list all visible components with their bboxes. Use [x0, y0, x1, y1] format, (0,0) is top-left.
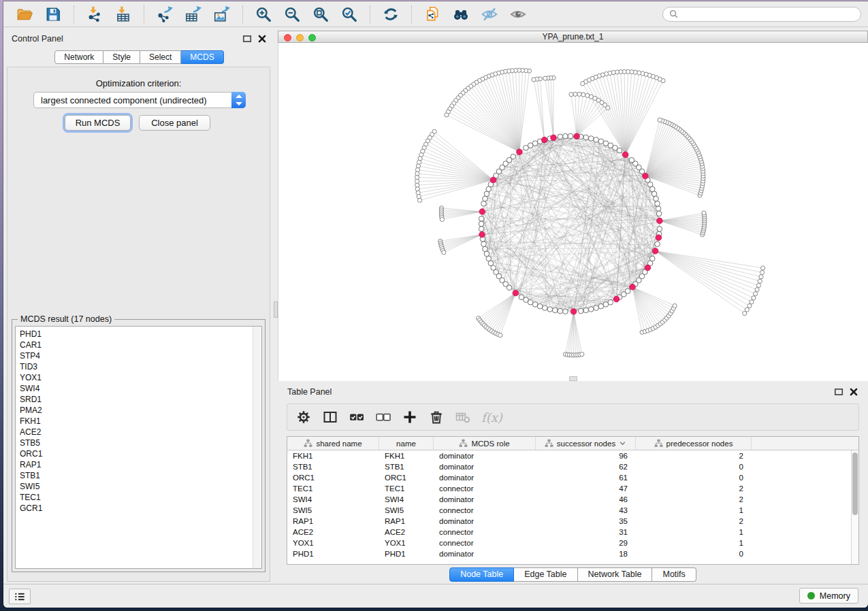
cell-predecessor-nodes[interactable]: 2	[636, 495, 752, 503]
cell-predecessor-nodes[interactable]: 1	[636, 539, 752, 547]
column-header-MCDS-role[interactable]: MCDS role	[434, 437, 536, 450]
float-panel-icon[interactable]	[242, 34, 253, 44]
cell-predecessor-nodes[interactable]: 0	[636, 463, 752, 471]
cell-name[interactable]: RAP1	[379, 517, 434, 525]
mcds-result-item[interactable]: TEC1	[16, 492, 261, 503]
cell-shared-name[interactable]: STB1	[287, 463, 379, 471]
mcds-result-item[interactable]: GCR1	[16, 503, 261, 514]
mcds-result-item[interactable]: FKH1	[16, 416, 261, 427]
search-input[interactable]	[681, 10, 855, 19]
cell-successor-nodes[interactable]: 62	[536, 463, 636, 471]
column-header-name[interactable]: name	[379, 437, 434, 450]
mcds-result-item[interactable]: YOX1	[16, 372, 261, 383]
show-all-icon[interactable]	[509, 5, 527, 23]
save-session-icon[interactable]	[44, 5, 62, 23]
mcds-result-item[interactable]: TID3	[16, 361, 261, 372]
unselect-all-icon[interactable]	[375, 409, 391, 425]
import-network-icon[interactable]	[86, 5, 103, 23]
clone-network-icon[interactable]	[423, 5, 441, 23]
add-column-icon[interactable]	[402, 409, 418, 425]
column-header-predecessor-nodes[interactable]: predecessor nodes	[636, 437, 752, 450]
close-panel-icon[interactable]	[849, 387, 860, 397]
cell-shared-name[interactable]: SWI5	[287, 506, 379, 514]
minimize-window-icon[interactable]	[296, 34, 304, 42]
cell-successor-nodes[interactable]: 29	[536, 539, 636, 547]
cell-shared-name[interactable]: SWI4	[287, 495, 379, 503]
column-header-successor-nodes[interactable]: successor nodes	[536, 437, 636, 450]
cell-successor-nodes[interactable]: 43	[536, 506, 636, 514]
zoom-fit-icon[interactable]	[312, 5, 329, 23]
cell-predecessor-nodes[interactable]: 1	[636, 506, 752, 514]
cell-name[interactable]: STB1	[379, 463, 434, 471]
cell-successor-nodes[interactable]: 61	[536, 474, 636, 482]
cell-mcds-role[interactable]: dominator	[434, 474, 536, 482]
cell-mcds-role[interactable]: connector	[434, 484, 536, 493]
cell-mcds-role[interactable]: dominator	[434, 495, 536, 503]
cell-name[interactable]: SWI4	[379, 495, 434, 503]
cell-name[interactable]: ACE2	[379, 528, 434, 536]
delete-table-icon[interactable]	[455, 409, 471, 425]
run-mcds-button[interactable]: Run MCDS	[65, 115, 131, 131]
close-panel-button[interactable]: Close panel	[139, 115, 210, 131]
function-builder-icon[interactable]: f(x)	[481, 410, 502, 425]
cell-shared-name[interactable]: PHD1	[287, 550, 379, 558]
table-row[interactable]: SWI4SWI4dominator462	[287, 494, 851, 505]
mcds-result-item[interactable]: PHD1	[16, 329, 261, 340]
network-view-canvas[interactable]	[278, 43, 868, 381]
cell-successor-nodes[interactable]: 46	[536, 495, 636, 503]
table-row[interactable]: YOX1YOX1connector291	[287, 538, 851, 548]
cell-name[interactable]: FKH1	[379, 452, 434, 460]
export-image-icon[interactable]	[213, 5, 231, 23]
cell-name[interactable]: ORC1	[379, 474, 434, 482]
tab-style[interactable]: Style	[103, 50, 140, 64]
cell-predecessor-nodes[interactable]: 2	[636, 484, 752, 493]
cell-name[interactable]: TEC1	[379, 484, 434, 493]
network-graph[interactable]	[278, 43, 868, 380]
cell-name[interactable]: SWI5	[379, 506, 434, 514]
hide-selected-icon[interactable]	[481, 5, 498, 23]
zoom-in-icon[interactable]	[255, 5, 272, 23]
tab-motifs[interactable]: Motifs	[652, 567, 696, 582]
settings-gear-icon[interactable]	[295, 409, 312, 425]
table-row[interactable]: ORC1ORC1dominator610	[287, 472, 851, 483]
mcds-result-item[interactable]: STB1	[16, 470, 261, 481]
tab-network-table[interactable]: Network Table	[578, 567, 653, 582]
table-row[interactable]: FKH1FKH1dominator962	[287, 450, 851, 461]
cell-predecessor-nodes[interactable]: 2	[636, 517, 752, 525]
export-network-icon[interactable]	[156, 5, 174, 23]
mcds-result-item[interactable]: RAP1	[16, 459, 261, 470]
search-binoculars-icon[interactable]	[452, 5, 470, 23]
tab-mcds[interactable]: MCDS	[181, 50, 223, 64]
cell-mcds-role[interactable]: dominator	[434, 452, 536, 460]
cell-successor-nodes[interactable]: 31	[536, 528, 636, 536]
mcds-result-item[interactable]: ACE2	[16, 427, 261, 437]
cell-successor-nodes[interactable]: 35	[536, 517, 636, 525]
table-row[interactable]: RAP1RAP1dominator352	[287, 516, 851, 527]
close-window-icon[interactable]	[284, 34, 291, 42]
cell-mcds-role[interactable]: dominator	[434, 517, 536, 525]
mcds-result-item[interactable]: STB5	[16, 437, 261, 448]
cell-predecessor-nodes[interactable]: 2	[636, 452, 752, 460]
cell-successor-nodes[interactable]: 47	[536, 484, 636, 493]
table-row[interactable]: SWI5SWI5connector431	[287, 505, 851, 516]
cell-mcds-role[interactable]: connector	[434, 506, 536, 514]
refresh-icon[interactable]	[382, 5, 400, 23]
export-table-icon[interactable]	[184, 5, 202, 23]
tab-edge-table[interactable]: Edge Table	[514, 567, 577, 582]
cell-mcds-role[interactable]: dominator	[434, 463, 536, 471]
network-window-titlebar[interactable]: YPA_prune.txt_1	[278, 31, 868, 43]
import-table-icon[interactable]	[114, 5, 132, 23]
select-all-icon[interactable]	[349, 409, 365, 425]
cell-mcds-role[interactable]: connector	[434, 528, 536, 536]
optimization-criterion-select[interactable]: largest connected component (undirected)	[33, 92, 246, 108]
cell-shared-name[interactable]: FKH1	[287, 452, 379, 460]
tab-network[interactable]: Network	[54, 50, 103, 64]
mcds-result-item[interactable]: PMA2	[16, 405, 261, 416]
cell-mcds-role[interactable]: connector	[434, 539, 536, 547]
mcds-result-item[interactable]: STP4	[16, 350, 261, 361]
cell-successor-nodes[interactable]: 96	[536, 452, 636, 460]
panel-menu-button[interactable]	[9, 589, 31, 604]
table-row[interactable]: TEC1TEC1connector472	[287, 483, 851, 494]
table-row[interactable]: STB1STB1dominator620	[287, 461, 851, 472]
mcds-result-list[interactable]: PHD1CAR1STP4TID3YOX1SWI4SRD1PMA2FKH1ACE2…	[15, 326, 262, 569]
